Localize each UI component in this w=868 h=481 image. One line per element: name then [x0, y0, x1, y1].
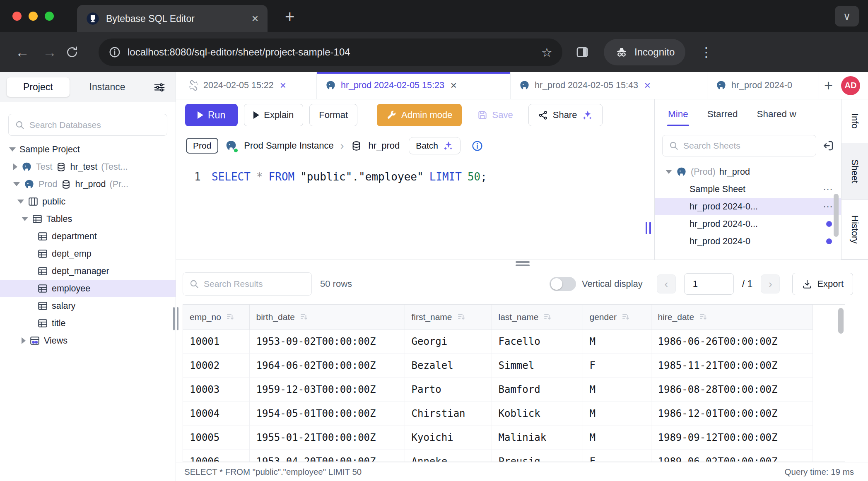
cell[interactable]: 10002	[183, 354, 249, 378]
share-button[interactable]: Share	[528, 104, 603, 126]
cell[interactable]: Preusig	[492, 450, 583, 462]
cell[interactable]: 10004	[183, 402, 249, 426]
filter-settings-button[interactable]	[153, 81, 166, 94]
table-row[interactable]: 100051955-01-21T00:00:00ZKyoichiMaliniak…	[183, 426, 813, 450]
close-tab-icon[interactable]: ×	[280, 79, 286, 92]
cell[interactable]: 1964-06-02T00:00:00Z	[249, 354, 405, 378]
cell[interactable]: Koblick	[492, 402, 583, 426]
close-tab-icon[interactable]: ×	[451, 79, 457, 92]
cell[interactable]: M	[583, 378, 651, 402]
page-number-input[interactable]	[684, 273, 734, 295]
tree-item-views-group[interactable]: Views	[0, 332, 176, 349]
sort-icon[interactable]	[698, 312, 708, 322]
cell[interactable]: Bamford	[492, 378, 583, 402]
tab-sheet[interactable]: Sheet	[841, 143, 868, 200]
user-avatar[interactable]: AD	[841, 76, 860, 95]
table-row[interactable]: 100021964-06-02T00:00:00ZBezalelSimmelF1…	[183, 354, 813, 378]
cell[interactable]: M	[583, 426, 651, 450]
chevron-down-icon[interactable]	[665, 170, 672, 174]
sql-editor[interactable]: 1 SELECT*FROM"public"."employee"LIMIT50;	[176, 161, 654, 260]
close-tab-icon[interactable]: ×	[644, 79, 651, 92]
tab-project[interactable]: Project	[7, 77, 70, 97]
tab-mine[interactable]: Mine	[668, 109, 688, 120]
chevron-right-icon[interactable]	[13, 164, 17, 170]
tab-instance[interactable]: Instance	[89, 82, 125, 93]
sheet-menu-icon[interactable]: ⋯	[823, 183, 834, 195]
sheet-item-selected[interactable]: hr_prod 2024-0... ⋯	[655, 198, 841, 215]
tree-item-tables-group[interactable]: Tables	[0, 210, 176, 228]
collapse-panel-icon[interactable]	[822, 139, 834, 152]
editor-tab-1[interactable]: 2024-02-05 15:22 ×	[180, 72, 317, 99]
cell[interactable]: Georgi	[405, 329, 492, 354]
close-window-button[interactable]	[12, 12, 22, 21]
export-button[interactable]: Export	[792, 273, 853, 295]
table-row[interactable]: 100061953-04-20T00:00:00ZAnnekePreusigF1…	[183, 450, 813, 462]
bookmark-star-icon[interactable]: ☆	[541, 45, 552, 60]
cell[interactable]: Maliniak	[492, 426, 583, 450]
cell[interactable]: Parto	[405, 378, 492, 402]
sheet-search[interactable]	[662, 135, 816, 156]
new-sheet-button[interactable]: +	[818, 72, 839, 99]
database-search[interactable]	[8, 114, 167, 136]
next-page-button[interactable]: ›	[761, 274, 780, 293]
table-row[interactable]: 100031959-12-03T00:00:00ZPartoBamfordM19…	[183, 378, 813, 402]
cell[interactable]: 10001	[183, 329, 249, 354]
cell[interactable]: Simmel	[492, 354, 583, 378]
explain-button[interactable]: Explain	[244, 104, 303, 126]
cell[interactable]: Facello	[492, 329, 583, 354]
results-search[interactable]	[183, 272, 312, 296]
tree-item-table-title[interactable]: title	[0, 315, 176, 332]
close-tab-icon[interactable]: ×	[252, 13, 258, 24]
cell[interactable]: 1986-12-01T00:00:00Z	[651, 402, 813, 426]
chevron-down-icon[interactable]	[22, 217, 28, 221]
sort-icon[interactable]	[456, 312, 466, 322]
tree-item-table-salary[interactable]: salary	[0, 297, 176, 315]
sort-icon[interactable]	[542, 312, 552, 322]
sheet-item[interactable]: Sample Sheet ⋯	[655, 180, 841, 198]
forward-button[interactable]: →	[38, 44, 61, 60]
cell[interactable]: 1986-06-26T00:00:00Z	[651, 329, 813, 354]
results-search-input[interactable]	[204, 279, 306, 289]
zoom-window-button[interactable]	[45, 12, 54, 21]
cell[interactable]: Chirstian	[405, 402, 492, 426]
prev-page-button[interactable]: ‹	[657, 274, 676, 293]
table-row[interactable]: 100011953-09-02T00:00:00ZGeorgiFacelloM1…	[183, 329, 813, 354]
editor-scrollbar-grip[interactable]	[646, 222, 651, 234]
tab-history[interactable]: History	[841, 200, 868, 260]
tree-item-table-department[interactable]: department	[0, 228, 176, 245]
cell[interactable]: M	[583, 329, 651, 354]
browser-menu-button[interactable]: ⋮	[699, 44, 713, 60]
sort-icon[interactable]	[225, 312, 235, 322]
sort-icon[interactable]	[299, 312, 309, 322]
tab-search-button[interactable]: ∨	[835, 6, 859, 26]
sheet-list-scrollbar[interactable]	[834, 194, 839, 237]
tree-item-table-dept-emp[interactable]: dept_emp	[0, 245, 176, 262]
tree-item-hr-prod[interactable]: Prod hr_prod (Pr...	[0, 176, 176, 193]
back-button[interactable]: ←	[11, 44, 34, 60]
cell[interactable]: Bezalel	[405, 354, 492, 378]
database-name[interactable]: hr_prod	[369, 140, 400, 151]
minimize-window-button[interactable]	[29, 12, 38, 21]
column-header[interactable]: emp_no	[183, 305, 249, 329]
run-button[interactable]: Run	[185, 104, 238, 126]
cell[interactable]: 1953-04-20T00:00:00Z	[249, 450, 405, 462]
chevron-down-icon[interactable]	[17, 200, 24, 204]
column-header[interactable]: last_name	[492, 305, 583, 329]
vertical-display-toggle[interactable]	[550, 277, 576, 291]
cell[interactable]: M	[583, 402, 651, 426]
cell[interactable]: 1989-09-12T00:00:00Z	[651, 426, 813, 450]
cell[interactable]: 1989-06-02T00:00:00Z	[651, 450, 813, 462]
sql-code-line[interactable]: SELECT*FROM"public"."employee"LIMIT50;	[212, 171, 487, 183]
cell[interactable]: 10006	[183, 450, 249, 462]
instance-name[interactable]: Prod Sample Instance	[244, 140, 333, 151]
cell[interactable]: 1985-11-21T00:00:00Z	[651, 354, 813, 378]
cell[interactable]: 10003	[183, 378, 249, 402]
sheet-item[interactable]: hr_prod 2024-0...	[655, 215, 841, 233]
tree-item-table-dept-manager[interactable]: dept_manager	[0, 262, 176, 280]
cell[interactable]: 1959-12-03T00:00:00Z	[249, 378, 405, 402]
chevron-right-icon[interactable]	[22, 337, 26, 344]
editor-tab-4[interactable]: hr_prod 2024-0	[707, 72, 818, 99]
cell[interactable]: 1986-08-28T00:00:00Z	[651, 378, 813, 402]
results-resize-divider[interactable]	[176, 260, 868, 266]
batch-mode-button[interactable]: Batch	[409, 137, 461, 154]
